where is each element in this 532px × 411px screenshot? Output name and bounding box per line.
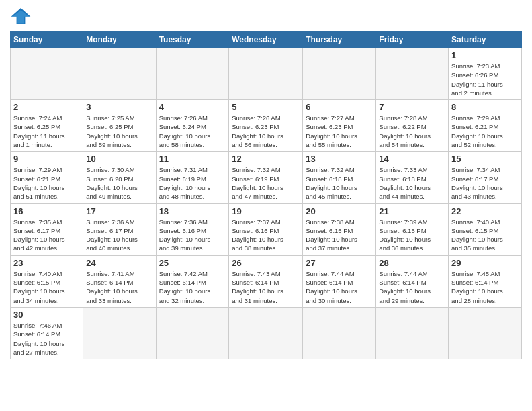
day-number: 16: [13, 206, 80, 216]
calendar-cell: 27Sunrise: 7:44 AM Sunset: 6:14 PM Dayli…: [303, 255, 376, 307]
day-number: 24: [86, 258, 152, 268]
day-number: 6: [306, 102, 373, 112]
day-number: 17: [86, 206, 152, 216]
day-number: 20: [306, 206, 373, 216]
calendar-week-4: 23Sunrise: 7:40 AM Sunset: 6:15 PM Dayli…: [11, 255, 522, 307]
day-info: Sunrise: 7:36 AM Sunset: 6:17 PM Dayligh…: [86, 218, 152, 253]
day-number: 28: [379, 258, 445, 268]
calendar-cell: 28Sunrise: 7:44 AM Sunset: 6:14 PM Dayli…: [376, 255, 449, 307]
calendar-cell: 5Sunrise: 7:26 AM Sunset: 6:23 PM Daylig…: [229, 100, 303, 152]
calendar-cell: 22Sunrise: 7:40 AM Sunset: 6:15 PM Dayli…: [449, 203, 522, 255]
calendar-cell: [229, 307, 303, 359]
day-info: Sunrise: 7:34 AM Sunset: 6:17 PM Dayligh…: [451, 165, 519, 201]
day-info: Sunrise: 7:26 AM Sunset: 6:23 PM Dayligh…: [232, 113, 300, 149]
day-info: Sunrise: 7:44 AM Sunset: 6:14 PM Dayligh…: [379, 269, 445, 305]
calendar-cell: 11Sunrise: 7:31 AM Sunset: 6:19 PM Dayli…: [156, 152, 229, 203]
calendar-cell: 2Sunrise: 7:24 AM Sunset: 6:25 PM Daylig…: [11, 100, 83, 152]
day-info: Sunrise: 7:44 AM Sunset: 6:14 PM Dayligh…: [306, 269, 373, 305]
calendar-cell: 16Sunrise: 7:35 AM Sunset: 6:17 PM Dayli…: [11, 203, 83, 255]
day-info: Sunrise: 7:45 AM Sunset: 6:14 PM Dayligh…: [451, 269, 519, 305]
weekday-header-friday: Friday: [376, 32, 449, 48]
calendar-cell: [229, 48, 303, 100]
logo-icon: [10, 7, 32, 26]
day-number: 27: [306, 258, 373, 268]
svg-marker-1: [13, 10, 29, 23]
calendar-cell: 14Sunrise: 7:33 AM Sunset: 6:18 PM Dayli…: [376, 152, 449, 203]
calendar-cell: [449, 307, 522, 359]
calendar-cell: 3Sunrise: 7:25 AM Sunset: 6:25 PM Daylig…: [83, 100, 156, 152]
day-number: 19: [232, 206, 300, 216]
day-number: 7: [379, 102, 445, 112]
day-number: 15: [451, 154, 519, 164]
day-info: Sunrise: 7:24 AM Sunset: 6:25 PM Dayligh…: [13, 113, 80, 149]
calendar-cell: 17Sunrise: 7:36 AM Sunset: 6:17 PM Dayli…: [83, 203, 156, 255]
calendar-cell: 21Sunrise: 7:39 AM Sunset: 6:15 PM Dayli…: [376, 203, 449, 255]
day-number: 23: [13, 258, 80, 268]
day-info: Sunrise: 7:43 AM Sunset: 6:14 PM Dayligh…: [232, 269, 300, 305]
weekday-header-tuesday: Tuesday: [156, 32, 229, 48]
calendar-cell: 26Sunrise: 7:43 AM Sunset: 6:14 PM Dayli…: [229, 255, 303, 307]
calendar-cell: 18Sunrise: 7:36 AM Sunset: 6:16 PM Dayli…: [156, 203, 229, 255]
calendar-cell: [303, 48, 376, 100]
weekday-header-thursday: Thursday: [303, 32, 376, 48]
day-info: Sunrise: 7:46 AM Sunset: 6:14 PM Dayligh…: [13, 321, 80, 357]
logo: [10, 7, 34, 26]
day-info: Sunrise: 7:42 AM Sunset: 6:14 PM Dayligh…: [159, 269, 226, 305]
day-info: Sunrise: 7:40 AM Sunset: 6:15 PM Dayligh…: [13, 269, 80, 305]
calendar-cell: 20Sunrise: 7:38 AM Sunset: 6:15 PM Dayli…: [303, 203, 376, 255]
day-info: Sunrise: 7:28 AM Sunset: 6:22 PM Dayligh…: [379, 113, 445, 149]
calendar-cell: [376, 307, 449, 359]
day-number: 21: [379, 206, 445, 216]
calendar-week-0: 1Sunrise: 7:23 AM Sunset: 6:26 PM Daylig…: [11, 48, 522, 100]
day-info: Sunrise: 7:40 AM Sunset: 6:15 PM Dayligh…: [451, 218, 519, 253]
calendar-week-2: 9Sunrise: 7:29 AM Sunset: 6:21 PM Daylig…: [11, 152, 522, 203]
day-info: Sunrise: 7:29 AM Sunset: 6:21 PM Dayligh…: [451, 113, 519, 149]
calendar-cell: [303, 307, 376, 359]
day-info: Sunrise: 7:31 AM Sunset: 6:19 PM Dayligh…: [159, 165, 226, 201]
calendar-cell: [83, 48, 156, 100]
calendar-cell: [156, 48, 229, 100]
day-info: Sunrise: 7:37 AM Sunset: 6:16 PM Dayligh…: [232, 218, 300, 253]
day-number: 8: [451, 102, 519, 112]
calendar-cell: 12Sunrise: 7:32 AM Sunset: 6:19 PM Dayli…: [229, 152, 303, 203]
day-info: Sunrise: 7:38 AM Sunset: 6:15 PM Dayligh…: [306, 218, 373, 253]
calendar-cell: [376, 48, 449, 100]
day-number: 26: [232, 258, 300, 268]
day-info: Sunrise: 7:36 AM Sunset: 6:16 PM Dayligh…: [159, 218, 226, 253]
day-info: Sunrise: 7:41 AM Sunset: 6:14 PM Dayligh…: [86, 269, 152, 305]
calendar-cell: [11, 48, 83, 100]
day-info: Sunrise: 7:27 AM Sunset: 6:23 PM Dayligh…: [306, 113, 373, 149]
day-info: Sunrise: 7:26 AM Sunset: 6:24 PM Dayligh…: [159, 113, 226, 149]
calendar-table: SundayMondayTuesdayWednesdayThursdayFrid…: [10, 31, 522, 359]
calendar-cell: 30Sunrise: 7:46 AM Sunset: 6:14 PM Dayli…: [11, 307, 83, 359]
weekday-header-saturday: Saturday: [449, 32, 522, 48]
day-number: 11: [159, 154, 226, 164]
calendar-week-1: 2Sunrise: 7:24 AM Sunset: 6:25 PM Daylig…: [11, 100, 522, 152]
day-number: 10: [86, 154, 152, 164]
calendar-cell: 24Sunrise: 7:41 AM Sunset: 6:14 PM Dayli…: [83, 255, 156, 307]
header: [10, 7, 522, 26]
day-info: Sunrise: 7:32 AM Sunset: 6:19 PM Dayligh…: [232, 165, 300, 201]
day-number: 25: [159, 258, 226, 268]
day-number: 14: [379, 154, 445, 164]
day-number: 3: [86, 102, 152, 112]
calendar-cell: 9Sunrise: 7:29 AM Sunset: 6:21 PM Daylig…: [11, 152, 83, 203]
weekday-header-wednesday: Wednesday: [229, 32, 303, 48]
day-info: Sunrise: 7:29 AM Sunset: 6:21 PM Dayligh…: [13, 165, 80, 201]
weekday-header-row: SundayMondayTuesdayWednesdayThursdayFrid…: [11, 32, 522, 48]
day-number: 29: [451, 258, 519, 268]
calendar-cell: 15Sunrise: 7:34 AM Sunset: 6:17 PM Dayli…: [449, 152, 522, 203]
calendar-week-3: 16Sunrise: 7:35 AM Sunset: 6:17 PM Dayli…: [11, 203, 522, 255]
calendar-cell: 25Sunrise: 7:42 AM Sunset: 6:14 PM Dayli…: [156, 255, 229, 307]
day-number: 5: [232, 102, 300, 112]
calendar-cell: 23Sunrise: 7:40 AM Sunset: 6:15 PM Dayli…: [11, 255, 83, 307]
day-number: 2: [13, 102, 80, 112]
calendar-cell: 4Sunrise: 7:26 AM Sunset: 6:24 PM Daylig…: [156, 100, 229, 152]
day-info: Sunrise: 7:33 AM Sunset: 6:18 PM Dayligh…: [379, 165, 445, 201]
day-info: Sunrise: 7:32 AM Sunset: 6:18 PM Dayligh…: [306, 165, 373, 201]
calendar-cell: 1Sunrise: 7:23 AM Sunset: 6:26 PM Daylig…: [449, 48, 522, 100]
day-number: 22: [451, 206, 519, 216]
day-number: 9: [13, 154, 80, 164]
day-info: Sunrise: 7:30 AM Sunset: 6:20 PM Dayligh…: [86, 165, 152, 201]
calendar-cell: 19Sunrise: 7:37 AM Sunset: 6:16 PM Dayli…: [229, 203, 303, 255]
